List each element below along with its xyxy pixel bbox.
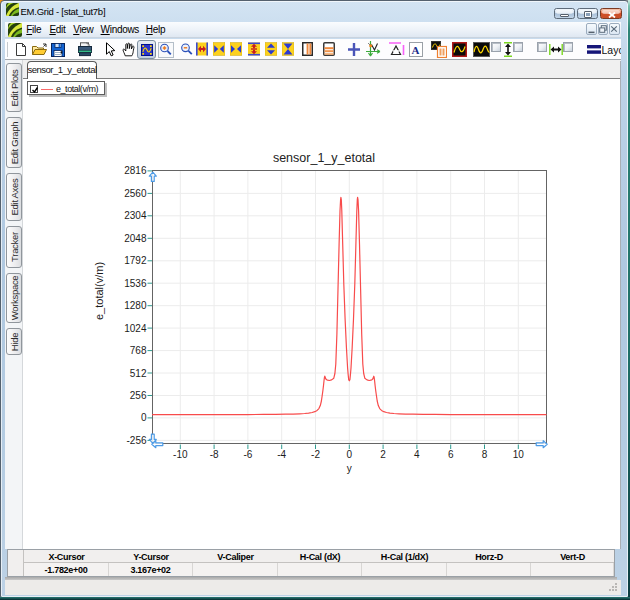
svg-text:2560: 2560 bbox=[124, 188, 147, 199]
svg-text:-6: -6 bbox=[243, 449, 252, 460]
svg-text:-10: -10 bbox=[173, 449, 188, 460]
svg-text:-256: -256 bbox=[126, 435, 146, 446]
svg-text:0: 0 bbox=[347, 449, 353, 460]
svg-text:1280: 1280 bbox=[124, 300, 147, 311]
svg-text:-2: -2 bbox=[311, 449, 320, 460]
svg-text:-4: -4 bbox=[277, 449, 286, 460]
svg-text:10: 10 bbox=[513, 449, 525, 460]
svg-text:2816: 2816 bbox=[124, 165, 147, 176]
svg-text:0: 0 bbox=[141, 412, 147, 423]
svg-text:4: 4 bbox=[414, 449, 420, 460]
svg-text:1024: 1024 bbox=[124, 323, 147, 334]
svg-text:768: 768 bbox=[130, 345, 147, 356]
svg-text:2048: 2048 bbox=[124, 233, 147, 244]
svg-text:2304: 2304 bbox=[124, 210, 147, 221]
svg-text:-8: -8 bbox=[210, 449, 219, 460]
svg-text:1536: 1536 bbox=[124, 278, 147, 289]
svg-text:512: 512 bbox=[130, 368, 147, 379]
svg-text:6: 6 bbox=[448, 449, 454, 460]
svg-text:1792: 1792 bbox=[124, 255, 147, 266]
svg-text:e_total(v/m): e_total(v/m) bbox=[93, 262, 105, 320]
svg-text:256: 256 bbox=[130, 390, 147, 401]
svg-text:2: 2 bbox=[380, 449, 386, 460]
svg-text:y: y bbox=[347, 463, 352, 474]
svg-text:8: 8 bbox=[482, 449, 488, 460]
svg-text:sensor_1_y_etotal: sensor_1_y_etotal bbox=[273, 151, 375, 165]
